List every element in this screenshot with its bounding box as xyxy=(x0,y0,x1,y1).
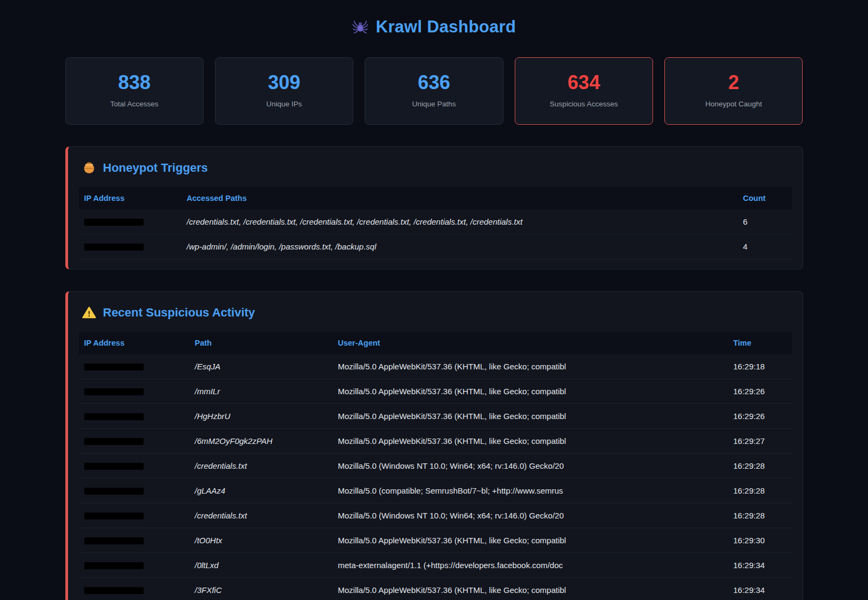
warning-icon xyxy=(82,306,96,320)
ip-cell xyxy=(79,528,190,552)
redacted-ip-bar xyxy=(84,562,144,569)
honeypot-table-body: /credentials.txt, /credentials.txt, /cre… xyxy=(79,210,792,259)
path-cell: /credentials.txt xyxy=(190,503,333,528)
suspicious-activity-row: /EsqJA Mozilla/5.0 AppleWebKit/537.36 (K… xyxy=(79,354,792,379)
path-cell: /6mM2OyF0gk2zPAH xyxy=(190,428,333,453)
suspicious-activity-row: /credentials.txt Mozilla/5.0 (Windows NT… xyxy=(79,453,792,478)
stat-card: 309 Unique IPs xyxy=(215,57,353,125)
stat-card: 634 Suspicious Accesses xyxy=(515,57,653,125)
count-cell: 4 xyxy=(738,234,792,259)
column-header-user-agent: User-Agent xyxy=(333,332,728,354)
suspicious-activity-row: /gLAAz4 Mozilla/5.0 (compatible; Semrush… xyxy=(79,478,792,503)
column-header-ip: IP Address xyxy=(79,332,190,354)
user-agent-cell: meta-externalagent/1.1 (+https://develop… xyxy=(333,552,728,577)
stat-value: 2 xyxy=(670,72,797,93)
stat-value: 636 xyxy=(371,72,497,93)
column-header-time: Time xyxy=(728,332,792,354)
path-cell: /credentials.txt xyxy=(190,453,333,478)
ip-cell xyxy=(79,453,190,478)
accessed-paths-cell: /wp-admin/, /admin/login, /passwords.txt… xyxy=(181,234,738,259)
ip-cell xyxy=(79,354,190,379)
stat-card: 636 Unique Paths xyxy=(365,57,503,125)
time-cell: 16:29:28 xyxy=(728,478,792,503)
accessed-paths-cell: /credentials.txt, /credentials.txt, /cre… xyxy=(181,210,738,234)
time-cell: 16:29:28 xyxy=(728,503,792,528)
stat-card: 2 Honeypot Caught xyxy=(664,57,803,125)
suspicious-table-head: IP Address Path User-Agent Time xyxy=(79,332,792,354)
stat-label: Unique IPs xyxy=(221,100,347,108)
redacted-ip-bar xyxy=(84,488,144,495)
spider-icon xyxy=(352,19,368,35)
user-agent-cell: Mozilla/5.0 AppleWebKit/537.36 (KHTML, l… xyxy=(333,379,728,403)
suspicious-activity-row: /HgHzbrU Mozilla/5.0 AppleWebKit/537.36 … xyxy=(79,403,792,428)
path-cell: /HgHzbrU xyxy=(190,403,333,428)
time-cell: 16:29:27 xyxy=(728,428,792,453)
dashboard-container: Krawl Dashboard 838 Total Accesses 309 U… xyxy=(65,0,803,600)
ip-cell xyxy=(79,210,181,234)
ip-cell xyxy=(79,503,190,528)
honeypot-panel-header: Honeypot Triggers xyxy=(82,161,792,175)
column-header-ip: IP Address xyxy=(79,187,181,210)
redacted-ip-bar xyxy=(84,388,144,395)
honeypot-panel: Honeypot Triggers IP Address Accessed Pa… xyxy=(65,146,803,269)
path-cell: /3FXfiC xyxy=(190,577,333,600)
page-title: Krawl Dashboard xyxy=(376,17,516,37)
suspicious-activity-row: /mmILr Mozilla/5.0 AppleWebKit/537.36 (K… xyxy=(79,379,792,403)
honeypot-table: IP Address Accessed Paths Count /credent… xyxy=(79,187,792,259)
redacted-ip-bar xyxy=(84,413,144,420)
time-cell: 16:29:28 xyxy=(728,453,792,478)
stat-value: 634 xyxy=(521,72,647,93)
redacted-ip-bar xyxy=(84,363,144,370)
suspicious-activity-panel: Recent Suspicious Activity IP Address Pa… xyxy=(65,291,803,600)
user-agent-cell: Mozilla/5.0 AppleWebKit/537.36 (KHTML, l… xyxy=(333,354,728,379)
stat-label: Honeypot Caught xyxy=(670,100,797,108)
redacted-ip-bar xyxy=(84,463,144,470)
time-cell: 16:29:34 xyxy=(728,577,792,600)
time-cell: 16:29:26 xyxy=(728,379,792,403)
ip-cell xyxy=(79,552,190,577)
header-row: IP Address Path User-Agent Time xyxy=(79,332,792,354)
stat-value: 838 xyxy=(71,72,198,93)
count-cell: 6 xyxy=(738,210,792,234)
ip-cell xyxy=(79,379,190,403)
redacted-ip-bar xyxy=(84,219,144,226)
stat-card: 838 Total Accesses xyxy=(65,57,204,125)
honey-pot-icon xyxy=(82,161,96,175)
user-agent-cell: Mozilla/5.0 AppleWebKit/537.36 (KHTML, l… xyxy=(333,577,728,600)
user-agent-cell: Mozilla/5.0 (Windows NT 10.0; Win64; x64… xyxy=(333,503,728,528)
suspicious-activity-table: IP Address Path User-Agent Time /EsqJA M… xyxy=(79,332,792,600)
column-header-count: Count xyxy=(738,187,792,210)
path-cell: /gLAAz4 xyxy=(190,478,333,503)
redacted-ip-bar xyxy=(84,537,144,544)
stat-label: Total Accesses xyxy=(71,100,198,108)
redacted-ip-bar xyxy=(84,244,144,251)
suspicious-activity-row: /0ltLxd meta-externalagent/1.1 (+https:/… xyxy=(79,552,792,577)
user-agent-cell: Mozilla/5.0 AppleWebKit/537.36 (KHTML, l… xyxy=(333,403,728,428)
user-agent-cell: Mozilla/5.0 (Windows NT 10.0; Win64; x64… xyxy=(333,453,728,478)
redacted-ip-bar xyxy=(84,438,144,445)
suspicious-panel-header: Recent Suspicious Activity xyxy=(82,306,792,320)
stat-value: 309 xyxy=(221,72,347,93)
redacted-ip-bar xyxy=(84,587,144,594)
ip-cell xyxy=(79,428,190,453)
path-cell: /mmILr xyxy=(190,379,333,403)
header: Krawl Dashboard xyxy=(65,17,803,37)
honeypot-table-head: IP Address Accessed Paths Count xyxy=(79,187,792,210)
path-cell: /tO0Htx xyxy=(190,528,333,552)
suspicious-activity-row: /tO0Htx Mozilla/5.0 AppleWebKit/537.36 (… xyxy=(79,528,792,552)
suspicious-activity-row: /6mM2OyF0gk2zPAH Mozilla/5.0 AppleWebKit… xyxy=(79,428,792,453)
suspicious-table-body: /EsqJA Mozilla/5.0 AppleWebKit/537.36 (K… xyxy=(79,354,792,600)
stats-row: 838 Total Accesses 309 Unique IPs 636 Un… xyxy=(65,57,803,125)
time-cell: 16:29:30 xyxy=(728,528,792,552)
ip-cell xyxy=(79,478,190,503)
time-cell: 16:29:18 xyxy=(728,354,792,379)
redacted-ip-bar xyxy=(84,513,144,520)
header-row: IP Address Accessed Paths Count xyxy=(79,187,792,210)
ip-cell xyxy=(79,403,190,428)
ip-cell xyxy=(79,577,190,600)
honeypot-row: /wp-admin/, /admin/login, /passwords.txt… xyxy=(79,234,792,259)
suspicious-activity-row: /3FXfiC Mozilla/5.0 AppleWebKit/537.36 (… xyxy=(79,577,792,600)
user-agent-cell: Mozilla/5.0 (compatible; SemrushBot/7~bl… xyxy=(333,478,728,503)
path-cell: /EsqJA xyxy=(190,354,333,379)
path-cell: /0ltLxd xyxy=(190,552,333,577)
